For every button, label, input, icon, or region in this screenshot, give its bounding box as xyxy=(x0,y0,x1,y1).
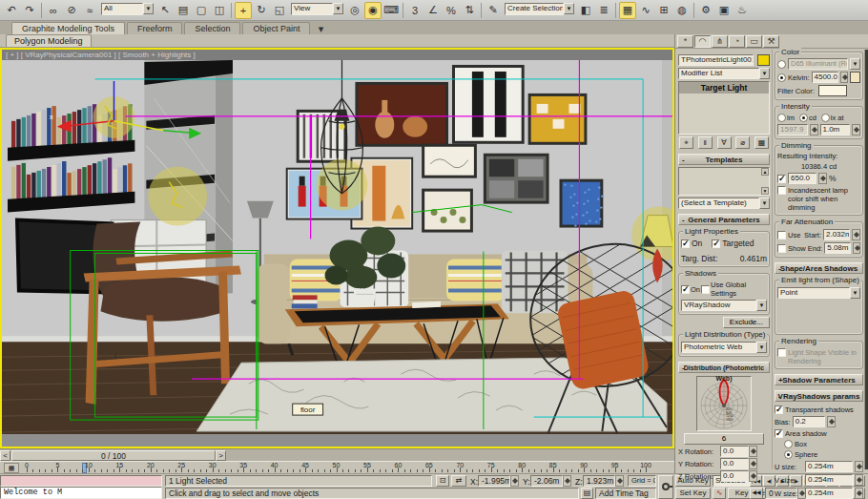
d65-radio[interactable] xyxy=(777,60,786,69)
x-rotation-spinner[interactable] xyxy=(749,446,757,457)
mini-curve-editor-button[interactable]: ▦ xyxy=(4,463,19,473)
select-and-rotate-button[interactable]: ↻ xyxy=(253,2,270,19)
far-start-spinner[interactable] xyxy=(852,229,860,240)
reference-coordinate-system-value[interactable]: View xyxy=(291,3,333,15)
select-and-move-button[interactable]: + xyxy=(235,2,252,19)
remove-modifier-icon[interactable]: ⌀ xyxy=(735,136,750,149)
targeted-checkbox[interactable] xyxy=(712,239,720,248)
v-size-field[interactable]: 0.254m xyxy=(805,474,853,486)
track-bar[interactable]: ▦ 05101520253035404550556065707580859095… xyxy=(0,461,674,473)
selection-filter-value[interactable]: All xyxy=(101,3,143,15)
far-show-checkbox[interactable] xyxy=(777,244,786,253)
toggle-ribbon-button[interactable]: ▦ xyxy=(619,2,636,19)
reference-coordinate-system-arrow[interactable]: ▼ xyxy=(333,3,343,14)
select-object-button[interactable]: ↖ xyxy=(156,2,174,19)
far-use-checkbox[interactable] xyxy=(777,231,786,239)
reference-coordinate-system-dropdown[interactable]: View▼ xyxy=(291,3,343,17)
curve-editor-button[interactable]: ∿ xyxy=(637,2,654,19)
u-size-spinner[interactable] xyxy=(855,461,863,472)
scene-canvas[interactable]: floor xyxy=(2,60,672,447)
viewport-label[interactable]: [ + ] [ VRayPhysicalCamera001 ] [ Smooth… xyxy=(2,50,672,60)
dimming-percent-field[interactable]: 650.0 xyxy=(788,173,816,184)
light-shape-visible-checkbox[interactable] xyxy=(777,348,786,357)
snaps-toggle-button[interactable]: 3 xyxy=(406,2,424,19)
d65-dropdown[interactable]: D65 Illuminant (Refere xyxy=(788,58,848,70)
kelvin-spinner[interactable] xyxy=(840,72,848,83)
cd-radio[interactable] xyxy=(799,114,808,122)
lx-at-field[interactable]: 1.0m xyxy=(820,124,851,135)
u-size-field[interactable]: 0.254m xyxy=(805,461,853,472)
x-rotation-field[interactable]: 0.0 xyxy=(720,446,749,457)
maxscript-mini-listener-output[interactable]: Welcome to M xyxy=(0,487,162,499)
y-rotation-spinner[interactable] xyxy=(749,458,757,469)
new-key-icon[interactable]: ∿ xyxy=(713,488,726,499)
key-mode-toggle[interactable]: ◀◀ xyxy=(750,488,763,499)
time-slider-handle[interactable]: 0 / 100 xyxy=(11,450,216,461)
selection-filter-arrow[interactable]: ▼ xyxy=(143,3,154,14)
kelvin-radio[interactable] xyxy=(777,73,786,82)
y-coord-spinner[interactable] xyxy=(563,475,571,487)
unlink-selection-button[interactable]: ⊘ xyxy=(63,2,80,19)
far-end-spinner[interactable] xyxy=(853,242,860,254)
object-name-field[interactable]: TPhotometricLight001 xyxy=(678,54,754,66)
ribbon-overflow-button[interactable]: ▾ xyxy=(312,23,329,34)
templates-scroll-up[interactable]: ▲ xyxy=(761,168,769,176)
redo-button[interactable]: ↷ xyxy=(21,2,38,19)
rollout-templates[interactable]: -Templates xyxy=(678,154,770,165)
z-rotation-spinner[interactable] xyxy=(749,470,757,482)
box-radio[interactable] xyxy=(784,440,793,448)
panel-scrollbar[interactable] xyxy=(864,50,868,469)
make-unique-icon[interactable]: ∀ xyxy=(717,136,732,149)
shadow-type-dropdown[interactable]: VRayShadow▼ xyxy=(681,300,767,311)
x-coord-spinner[interactable] xyxy=(510,475,519,487)
ribbon-tab-graphite-modeling-tools[interactable]: Graphite Modeling Tools xyxy=(11,22,125,34)
rendered-frame-window-button[interactable]: ▣ xyxy=(715,2,733,19)
named-selection-sets-value[interactable]: Create Selection Se xyxy=(505,3,564,15)
maxscript-mini-listener-input[interactable] xyxy=(0,475,162,487)
x-coord-field[interactable]: -1.995m xyxy=(478,475,510,487)
time-slider-next[interactable]: > xyxy=(216,450,226,461)
filter-color-swatch[interactable] xyxy=(818,85,847,96)
rollout-vrayshadows-params[interactable]: -VRayShadows params xyxy=(775,390,863,402)
named-selection-sets-dropdown[interactable]: Create Selection Se▼ xyxy=(505,3,574,17)
mirror-button[interactable]: ◧ xyxy=(577,2,594,19)
use-global-settings-checkbox[interactable] xyxy=(701,285,710,294)
intensity-field[interactable]: 1597.9 xyxy=(777,124,808,135)
web-file-button[interactable]: 6 xyxy=(684,433,764,445)
shadows-on-checkbox[interactable] xyxy=(681,285,690,294)
select-by-name-button[interactable]: ▤ xyxy=(175,2,192,19)
rectangular-selection-region-button[interactable]: ▢ xyxy=(193,2,210,19)
hierarchy-tab[interactable]: ⋔ xyxy=(712,35,728,48)
modifier-list-dropdown[interactable]: Modifier List▼ xyxy=(678,68,770,79)
bind-to-space-warp-button[interactable]: ≈ xyxy=(81,2,98,19)
select-and-link-button[interactable]: ∞ xyxy=(45,2,62,19)
object-color-swatch[interactable] xyxy=(757,54,770,66)
window-crossing-toggle-button[interactable]: ◫ xyxy=(211,2,228,19)
align-button[interactable]: ≣ xyxy=(595,2,612,19)
ribbon-tab-object-paint[interactable]: Object Paint xyxy=(242,22,310,34)
create-tab[interactable]: * xyxy=(677,35,693,48)
pin-stack-icon[interactable]: ⌖ xyxy=(679,136,693,149)
far-start-field[interactable]: 2.032m xyxy=(823,229,850,240)
z-coord-field[interactable]: 1.923m xyxy=(583,475,615,487)
far-end-field[interactable]: 5.08m xyxy=(824,242,851,254)
undo-button[interactable]: ↶ xyxy=(3,2,20,19)
lx-radio[interactable] xyxy=(821,114,830,122)
utilities-tab[interactable]: ⚒ xyxy=(763,35,779,48)
motion-tab[interactable]: ◔ xyxy=(729,35,745,48)
named-selection-sets-arrow[interactable]: ▼ xyxy=(564,3,574,14)
select-and-scale-button[interactable]: ◱ xyxy=(271,2,288,19)
edit-named-selection-sets-button[interactable]: ✎ xyxy=(485,2,502,19)
select-template-dropdown[interactable]: (Select a Template)▼ xyxy=(678,198,770,209)
emit-shape-dropdown[interactable]: Point▼ xyxy=(777,287,860,299)
keyboard-shortcut-override-button[interactable]: ⌨ xyxy=(382,2,400,19)
transparent-shadows-checkbox[interactable] xyxy=(775,405,783,414)
modifier-stack[interactable]: Target Light xyxy=(678,81,770,135)
y-coord-field[interactable]: -2.06m xyxy=(530,475,563,487)
dimming-percent-spinner[interactable] xyxy=(818,173,827,184)
kelvin-field[interactable]: 4500.0 xyxy=(812,72,838,83)
angle-snap-toggle-button[interactable]: ∠ xyxy=(424,2,442,19)
kelvin-color-swatch[interactable] xyxy=(850,72,860,83)
spinner-snap-toggle-button[interactable]: ⇅ xyxy=(461,2,478,19)
absolute-offset-toggle[interactable]: ⇄ xyxy=(451,475,466,487)
